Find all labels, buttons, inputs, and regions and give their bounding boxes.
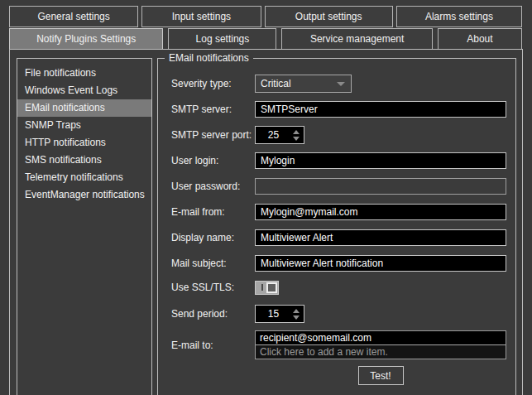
display-name-input[interactable]: [255, 229, 506, 246]
tab-label: About: [467, 33, 492, 45]
tab-output-settings[interactable]: Output settings: [265, 6, 393, 27]
display-name-label: Display name:: [171, 232, 255, 243]
tab-label: Log settings: [196, 33, 250, 45]
toggle-knob: [266, 282, 277, 293]
groupbox-title: EMail notifications: [165, 52, 253, 65]
smtp-port-arrows: [291, 130, 304, 141]
test-button-row: Test!: [171, 366, 506, 385]
tab-service-management[interactable]: Service management: [281, 28, 432, 50]
sidebar-item-snmp-traps[interactable]: SNMP Traps: [17, 117, 151, 134]
sidebar-item-telemetry-notifications[interactable]: Telemetry notifications: [17, 169, 151, 186]
tab-label: Notify Plugins Settings: [36, 33, 136, 45]
tab-strip-row1: General settings Input settings Output s…: [9, 6, 522, 27]
tab-page-panel: File notifications Windows Event Logs EM…: [9, 49, 523, 395]
use-ssl-label: Use SSL/TLS:: [171, 282, 255, 293]
sidebar-item-sms-notifications[interactable]: SMS notifications: [17, 152, 151, 169]
toggle-indicator-bar: [261, 284, 263, 291]
smtp-server-input[interactable]: [255, 101, 506, 118]
smtp-port-label: SMTP server port:: [171, 129, 255, 141]
email-from-input[interactable]: [255, 204, 506, 220]
severity-label: Severity type:: [171, 78, 255, 89]
email-from-label: E-mail from:: [171, 206, 255, 218]
severity-row: Severity type: Critical: [171, 75, 506, 93]
email-to-add-new-item[interactable]: Click here to add a new item.: [256, 345, 506, 359]
send-period-value: 15: [256, 308, 291, 320]
sidebar-item-eventmanager-notifications[interactable]: EventManager notifications: [17, 186, 151, 204]
user-login-label: User login:: [171, 155, 255, 166]
tab-log-settings[interactable]: Log settings: [168, 28, 276, 50]
spin-down-icon[interactable]: [293, 316, 300, 320]
mail-subject-input[interactable]: [255, 255, 506, 272]
send-period-stepper[interactable]: 15: [255, 305, 304, 323]
user-password-input[interactable]: [255, 178, 506, 195]
send-period-arrows: [291, 309, 304, 320]
tab-label: Input settings: [172, 11, 231, 22]
send-period-label: Send period:: [171, 308, 255, 320]
chevron-down-icon: [337, 82, 345, 86]
sidebar-item-email-notifications[interactable]: EMail notifications: [17, 99, 151, 117]
user-login-row: User login:: [171, 152, 506, 170]
user-password-label: User password:: [171, 181, 255, 192]
tab-label: Service management: [310, 33, 404, 45]
smtp-port-value: 25: [256, 129, 291, 141]
test-button[interactable]: Test!: [358, 366, 404, 385]
notify-plugins-settings-window: General settings Input settings Output s…: [0, 0, 532, 395]
display-name-row: Display name:: [171, 229, 506, 247]
mail-subject-row: Mail subject:: [171, 254, 506, 272]
plugin-listbox: File notifications Windows Event Logs EM…: [17, 58, 152, 395]
sidebar-item-http-notifications[interactable]: HTTP notifications: [17, 134, 151, 152]
user-password-row: User password:: [171, 177, 506, 195]
spin-up-icon[interactable]: [293, 309, 300, 313]
tab-label: Output settings: [295, 11, 362, 22]
email-from-row: E-mail from:: [171, 203, 506, 221]
spin-down-icon[interactable]: [293, 137, 300, 141]
tab-notify-plugins-settings[interactable]: Notify Plugins Settings: [9, 28, 163, 50]
smtp-server-row: SMTP server:: [171, 100, 506, 118]
ssl-toggle[interactable]: [255, 281, 279, 295]
tab-label: Alarms settings: [425, 11, 493, 22]
email-notifications-groupbox: EMail notifications Severity type: Criti…: [157, 58, 516, 395]
tab-label: General settings: [37, 11, 109, 22]
severity-value: Critical: [261, 78, 337, 89]
tab-strip-row2: Notify Plugins Settings Log settings Ser…: [9, 28, 522, 50]
mail-subject-label: Mail subject:: [171, 258, 255, 269]
tab-alarms-settings[interactable]: Alarms settings: [396, 6, 522, 27]
smtp-server-label: SMTP server:: [171, 104, 255, 115]
tab-input-settings[interactable]: Input settings: [141, 6, 261, 27]
smtp-port-row: SMTP server port: 25: [171, 126, 506, 144]
smtp-port-stepper[interactable]: 25: [255, 126, 304, 144]
tab-about[interactable]: About: [438, 28, 522, 50]
user-login-input[interactable]: [255, 152, 506, 169]
sidebar-item-file-notifications[interactable]: File notifications: [17, 65, 151, 82]
use-ssl-row: Use SSL/TLS:: [171, 280, 506, 295]
send-period-row: Send period: 15: [171, 305, 506, 323]
email-to-label: E-mail to:: [171, 340, 255, 351]
email-to-row: E-mail to: recipient@somemail.com Click …: [171, 330, 506, 360]
tab-general-settings[interactable]: General settings: [9, 6, 138, 27]
email-to-list: recipient@somemail.com Click here to add…: [255, 330, 506, 359]
severity-dropdown[interactable]: Critical: [255, 75, 352, 93]
sidebar-item-windows-event-logs[interactable]: Windows Event Logs: [17, 82, 151, 99]
email-to-recipient[interactable]: recipient@somemail.com: [256, 331, 506, 345]
spin-up-icon[interactable]: [293, 130, 300, 134]
